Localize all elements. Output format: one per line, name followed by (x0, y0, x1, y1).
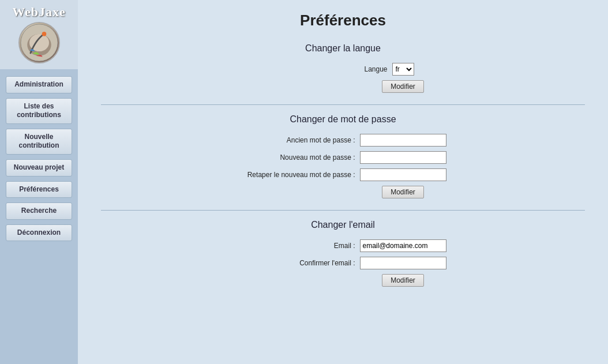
langue-section: Changer la langue Langue fr en de es Mod… (101, 43, 585, 93)
app-logo (18, 22, 60, 63)
nouveau-mdp-row: Nouveau mot de passe : (101, 151, 585, 164)
nav-administration[interactable]: Administration (6, 76, 72, 93)
divider-2 (101, 210, 585, 211)
email-modifier-button[interactable]: Modifier (382, 274, 424, 287)
sidebar: WebJaxe Administration Liste des contrib… (0, 0, 78, 364)
langue-modifier-button[interactable]: Modifier (382, 80, 424, 93)
nouveau-mdp-label: Nouveau mot de passe : (240, 153, 355, 162)
nav-menu: Administration Liste des contributions N… (0, 69, 78, 248)
nav-recherche[interactable]: Recherche (6, 202, 72, 220)
langue-label: Langue (272, 65, 388, 73)
mdp-modifier-button[interactable]: Modifier (382, 186, 424, 198)
ancien-mdp-input[interactable] (360, 134, 446, 147)
confirmer-email-input[interactable] (360, 257, 446, 269)
email-section: Changer l'email Email : Confirmer l'emai… (101, 220, 585, 287)
nav-preferences[interactable]: Préférences (6, 181, 72, 198)
divider-1 (101, 104, 585, 105)
mdp-section-title: Changer de mot de passe (101, 114, 585, 125)
nouveau-mdp-input[interactable] (360, 151, 446, 164)
mdp-section: Changer de mot de passe Ancien mot de pa… (101, 114, 585, 198)
confirmer-email-label: Confirmer l'email : (240, 259, 355, 267)
email-label: Email : (240, 242, 355, 250)
retaper-mdp-row: Retaper le nouveau mot de passe : (101, 168, 585, 181)
confirmer-email-row: Confirmer l'email : (101, 257, 585, 269)
retaper-mdp-input[interactable] (360, 168, 446, 181)
langue-modifier-row: Modifier (101, 80, 585, 93)
mdp-modifier-row: Modifier (101, 186, 585, 198)
ancien-mdp-row: Ancien mot de passe : (101, 134, 585, 147)
svg-point-3 (42, 32, 46, 36)
email-row: Email : (101, 239, 585, 252)
app-title: WebJaxe (12, 5, 66, 20)
langue-section-title: Changer la langue (101, 43, 585, 54)
nav-nouvelle-contribution[interactable]: Nouvelle contribution (6, 129, 72, 155)
retaper-mdp-label: Retaper le nouveau mot de passe : (240, 171, 355, 179)
page-title: Préférences (101, 12, 585, 29)
email-input[interactable] (360, 239, 446, 252)
ancien-mdp-label: Ancien mot de passe : (240, 136, 355, 144)
langue-select[interactable]: fr en de es (392, 63, 414, 76)
langue-row: Langue fr en de es (101, 63, 585, 76)
logo-area: WebJaxe (0, 0, 78, 69)
nav-liste-contributions[interactable]: Liste des contributions (6, 98, 72, 124)
main-content: Préférences Changer la langue Langue fr … (78, 0, 608, 364)
nav-deconnexion[interactable]: Déconnexion (6, 224, 72, 242)
nav-nouveau-projet[interactable]: Nouveau projet (6, 159, 72, 177)
email-modifier-row: Modifier (101, 274, 585, 287)
email-section-title: Changer l'email (101, 220, 585, 230)
